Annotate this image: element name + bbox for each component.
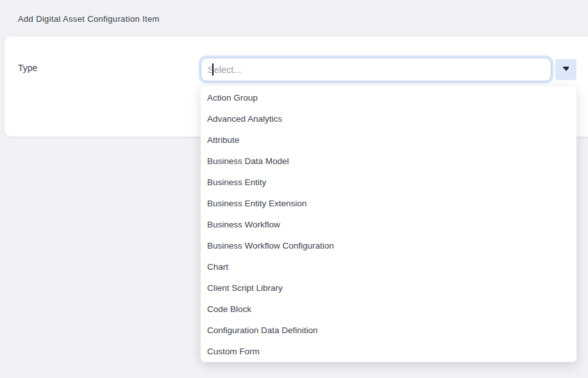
dropdown-option[interactable]: Attribute [201, 129, 576, 151]
dropdown-option[interactable]: Business Entity [201, 172, 576, 193]
dropdown-option[interactable]: Code Block [201, 299, 576, 320]
dropdown-option[interactable]: Client Script Library [201, 277, 576, 299]
dropdown-option[interactable]: Business Workflow Configuration [201, 235, 576, 256]
dropdown-option[interactable]: Advanced Analytics [201, 108, 576, 129]
dropdown-option[interactable]: Custom Form [201, 341, 576, 362]
dropdown-option[interactable]: Chart [201, 256, 576, 277]
text-cursor [212, 63, 214, 76]
caret-down-icon [564, 68, 569, 71]
dropdown-option[interactable]: Business Data Model [201, 151, 576, 172]
type-select-input[interactable] [201, 58, 551, 81]
dropdown-option[interactable]: Business Entity Extension [201, 193, 576, 214]
page-title: Add Digital Asset Configuration Item [18, 14, 160, 24]
dropdown-option[interactable]: Action Group [201, 87, 576, 108]
type-field-label: Type [18, 63, 37, 73]
dropdown-option[interactable]: Configuration Data Definition [201, 320, 576, 341]
type-dropdown-toggle-button[interactable] [555, 59, 576, 80]
type-dropdown-list: Action GroupAdvanced AnalyticsAttributeB… [201, 86, 576, 362]
dropdown-option[interactable]: Business Workflow [201, 214, 576, 235]
